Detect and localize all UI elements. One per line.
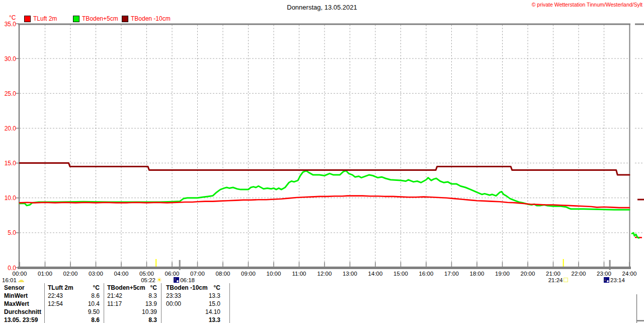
x-tick-label: 05:00 (137, 271, 157, 277)
table-last-value: 13.3 (185, 316, 220, 323)
event-time: 21:24 (548, 277, 563, 283)
table-last-value: 8.3 (122, 316, 157, 323)
x-tick-label: 14:00 (365, 271, 385, 277)
x-tick-label: 13:00 (340, 271, 360, 277)
y-tick-label: 20.0 (0, 125, 16, 132)
x-tick-label: 19:00 (493, 271, 513, 277)
table-max-time: 11:17 (107, 300, 122, 308)
x-tick-label: 10:00 (264, 271, 284, 277)
x-tick-label: 09:00 (238, 271, 259, 277)
event-time: 16:01 (2, 277, 17, 283)
table-row-label: Durchschnitt (4, 308, 41, 316)
x-tick-label: 17:00 (442, 271, 462, 277)
x-tick-label: 04:00 (111, 271, 131, 277)
table-min-time: 23:33 (166, 292, 181, 300)
y-tick-label: 10.0 (0, 195, 16, 202)
table-row-label: MaxWert (4, 300, 29, 308)
y-tick-label: 5.0 (0, 229, 16, 236)
moonrise-event: ↑06:18 (174, 277, 196, 283)
legend-swatch-green (73, 16, 79, 22)
table-min-time: 22:43 (48, 292, 63, 300)
legend-swatch-red (24, 16, 31, 22)
table-column-separator (161, 283, 162, 323)
legend-label: TLuft 2m (33, 15, 57, 22)
x-tick-label: 02:00 (60, 271, 80, 277)
x-tick-label: 06:00 (162, 271, 182, 277)
moonset-icon: ↓ (604, 277, 609, 283)
x-tick-label: 08:00 (213, 271, 233, 277)
table-min-value: 8.6 (64, 292, 100, 300)
x-tick-label: 12:00 (314, 271, 335, 277)
table-min-value: 13.3 (185, 292, 220, 300)
table-avg-value: 14.10 (185, 308, 220, 316)
x-tick-label: 21:00 (543, 271, 564, 277)
x-tick-label: 20:00 (518, 271, 538, 277)
table-column-separator (44, 283, 45, 323)
sunrise-icon: ☀ (156, 277, 163, 283)
legend-label: TBoden -10cm (131, 15, 171, 22)
x-tick-label: 18:00 (467, 271, 487, 277)
arrow-glyph: ↓ (604, 277, 609, 283)
event-time: 05:22 (141, 277, 155, 283)
table-column-separator (229, 283, 230, 323)
table-column-separator (104, 283, 104, 323)
y-tick-label: 25.0 (0, 90, 16, 97)
moonset-event: ↓23:14 (604, 277, 626, 283)
table-col-unit: °C (185, 284, 220, 292)
x-tick-label: 01:00 (35, 271, 55, 277)
y-tick-label: 15.0 (0, 160, 16, 167)
table-min-value: 8.3 (122, 292, 157, 300)
table-avg-value: 10.39 (122, 308, 157, 316)
event-time: 06:18 (180, 277, 195, 283)
legend-item-tluft: TLuft 2m (24, 15, 57, 22)
table-avg-value: 9.50 (64, 308, 100, 316)
table-col-unit: °C (122, 284, 157, 292)
table-max-time: 00:00 (166, 300, 181, 308)
x-tick-label: 03:00 (86, 271, 106, 277)
table-max-value: 15.0 (185, 300, 220, 308)
sunset-event: 21:24 (547, 277, 569, 283)
table-col-unit: °C (64, 284, 100, 292)
x-tick-label: 22:00 (569, 271, 589, 277)
legend-item-tboden5: TBoden+5cm (73, 15, 118, 22)
x-tick-label: 07:00 (188, 271, 208, 277)
sunset-icon (564, 278, 568, 282)
sunrise-event: 05:22☀ (140, 277, 162, 283)
x-tick-label: 23:00 (594, 271, 614, 277)
table-min-time: 21:42 (107, 292, 122, 300)
table-row-label: 13.05. 23:59 (4, 316, 38, 323)
table-max-time: 12:54 (48, 300, 63, 308)
event-time: 23:14 (610, 277, 625, 283)
moonrise-icon: ↑ (174, 277, 179, 283)
legend-label: TBoden+5cm (82, 15, 118, 22)
table-last-value: 8.6 (64, 316, 100, 323)
table-max-value: 10.4 (64, 300, 100, 308)
table-max-value: 13.9 (122, 300, 157, 308)
table-row-label: MinWert (4, 292, 28, 300)
x-tick-label: 24:00 (619, 271, 639, 277)
table-header-sensor: Sensor (4, 284, 25, 292)
x-tick-label: 15:00 (391, 271, 411, 277)
legend-item-tboden10: TBoden -10cm (122, 15, 171, 22)
x-tick-label: 16:00 (416, 271, 436, 277)
weather-chart-screen: Donnerstag, 13.05.2021 © private Wetters… (0, 0, 644, 323)
y-tick-label: 35.0 (0, 21, 16, 28)
moon-prev-event: 16:01☁ (1, 277, 25, 283)
y-tick-label: 30.0 (0, 55, 16, 62)
legend-swatch-darkred (122, 16, 128, 22)
station-copyright: © private Wetterstation Tinnum/Westerlan… (532, 2, 642, 8)
arrow-glyph: ↑ (174, 277, 179, 283)
x-tick-label: 11:00 (289, 271, 309, 277)
moon-cloud-icon: ☁ (18, 277, 25, 283)
